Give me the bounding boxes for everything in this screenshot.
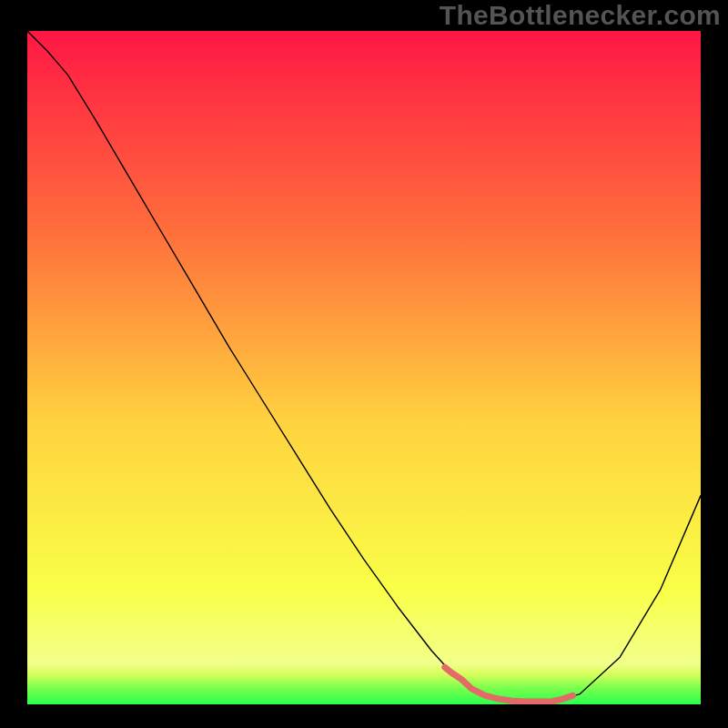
chart-figure: TheBottlenecker.com [0,0,728,728]
plot-svg [27,31,701,704]
plot-area [27,31,701,704]
gradient-panel [27,31,701,704]
watermark-text: TheBottlenecker.com [440,0,721,31]
